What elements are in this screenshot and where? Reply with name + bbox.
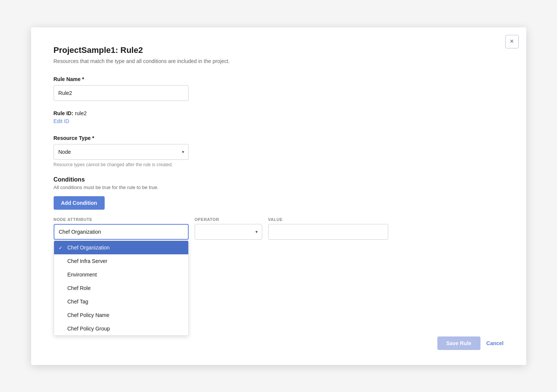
- resource-type-select[interactable]: Node Event: [54, 144, 189, 160]
- dropdown-item-4[interactable]: Chef Tag: [54, 295, 188, 308]
- rule-id-display: Rule ID: rule2: [54, 110, 504, 117]
- checkmark-icon: ✓: [59, 245, 63, 250]
- modal-container: × ProjectSample1: Rule2 Resources that m…: [31, 27, 526, 365]
- save-rule-button[interactable]: Save Rule: [437, 336, 480, 350]
- dropdown-item-label-5: Chef Policy Name: [68, 312, 110, 318]
- page-title: ProjectSample1: Rule2: [54, 45, 504, 55]
- page-subtitle: Resources that match the type and all co…: [54, 58, 504, 64]
- node-attr-input[interactable]: [54, 224, 189, 240]
- resource-type-label: Resource Type *: [54, 135, 504, 141]
- resource-type-section: Resource Type * Node Event ▾ Resource ty…: [54, 135, 504, 167]
- value-col-label: VALUE: [268, 217, 388, 222]
- resource-type-note: Resource types cannot be changed after t…: [54, 162, 504, 167]
- dropdown-item-label-4: Chef Tag: [68, 299, 89, 305]
- conditions-row: NODE ATTRIBUTE ✓Chef OrganizationChef In…: [54, 217, 504, 240]
- dropdown-item-0[interactable]: ✓Chef Organization: [54, 241, 188, 254]
- dropdown-item-label-0: Chef Organization: [68, 245, 110, 251]
- cancel-button[interactable]: Cancel: [486, 340, 504, 346]
- rule-id-label: Rule ID:: [54, 110, 74, 116]
- node-attribute-col: NODE ATTRIBUTE ✓Chef OrganizationChef In…: [54, 217, 189, 240]
- node-attribute-col-label: NODE ATTRIBUTE: [54, 217, 189, 222]
- dropdown-item-label-2: Environment: [68, 272, 97, 278]
- operator-select-wrapper: equals contains ▾: [195, 224, 262, 240]
- footer-buttons: Save Rule Cancel: [437, 336, 504, 350]
- add-condition-button[interactable]: Add Condition: [54, 196, 105, 210]
- dropdown-item-1[interactable]: Chef Infra Server: [54, 254, 188, 268]
- conditions-subtitle: All conditions must be true for the rule…: [54, 185, 504, 190]
- value-input[interactable]: [268, 224, 388, 240]
- conditions-section: Conditions All conditions must be true f…: [54, 176, 504, 240]
- conditions-title: Conditions: [54, 176, 504, 183]
- value-col: VALUE: [268, 217, 388, 240]
- operator-select[interactable]: equals contains: [195, 224, 262, 240]
- resource-type-wrapper: Node Event ▾: [54, 144, 189, 160]
- rule-name-label: Rule Name *: [54, 76, 504, 82]
- rule-id-value: rule2: [75, 110, 87, 116]
- close-button[interactable]: ×: [505, 35, 519, 48]
- node-attr-dropdown: ✓Chef OrganizationChef Infra ServerEnvir…: [54, 240, 189, 336]
- edit-id-link[interactable]: Edit ID: [54, 118, 69, 124]
- dropdown-item-label-6: Chef Policy Group: [68, 326, 110, 332]
- rule-name-section: Rule Name *: [54, 76, 504, 101]
- dropdown-item-label-3: Chef Role: [68, 285, 91, 291]
- node-attr-wrapper: ✓Chef OrganizationChef Infra ServerEnvir…: [54, 224, 189, 240]
- dropdown-item-2[interactable]: Environment: [54, 268, 188, 281]
- operator-col: OPERATOR equals contains ▾: [195, 217, 262, 240]
- dropdown-item-6[interactable]: Chef Policy Group: [54, 322, 188, 335]
- operator-col-label: OPERATOR: [195, 217, 262, 222]
- close-icon: ×: [510, 38, 514, 45]
- dropdown-item-5[interactable]: Chef Policy Name: [54, 308, 188, 322]
- rule-id-section: Rule ID: rule2 Edit ID: [54, 110, 504, 125]
- rule-name-input[interactable]: [54, 85, 189, 101]
- dropdown-item-label-1: Chef Infra Server: [68, 258, 108, 264]
- dropdown-item-3[interactable]: Chef Role: [54, 281, 188, 295]
